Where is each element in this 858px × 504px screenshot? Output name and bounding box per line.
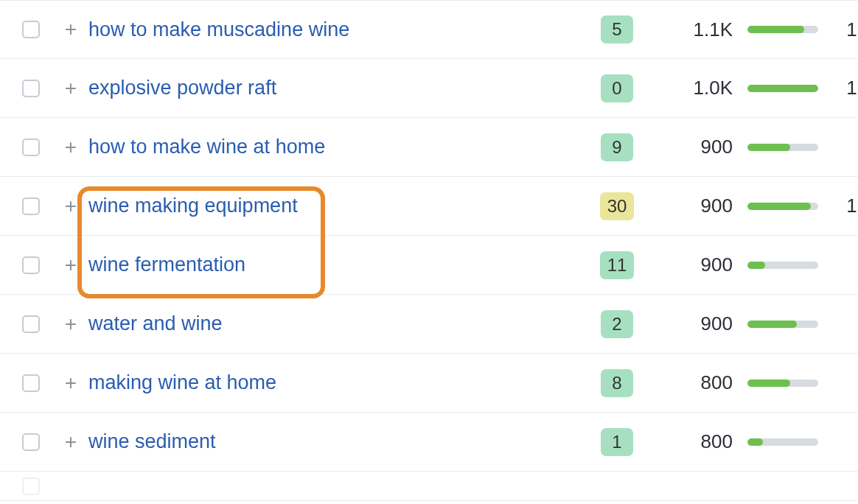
plus-icon[interactable]: + bbox=[65, 196, 77, 217]
volume-bar bbox=[747, 26, 818, 33]
keyword-link[interactable]: wine making equipment bbox=[88, 195, 298, 217]
kd-badge: 0 bbox=[601, 74, 633, 102]
keyword-cell: wine fermentation bbox=[88, 253, 584, 276]
checkbox-cell bbox=[22, 477, 53, 495]
kd-cell: 2 bbox=[584, 310, 650, 338]
checkbox-cell bbox=[22, 374, 53, 392]
row-checkbox[interactable] bbox=[22, 433, 40, 451]
checkbox-cell bbox=[22, 21, 53, 38]
keyword-cell: explosive powder raft bbox=[88, 77, 584, 99]
volume-cell: 900 bbox=[650, 312, 739, 335]
kd-cell: 11 bbox=[584, 251, 650, 279]
keyword-link[interactable]: wine sediment bbox=[88, 430, 216, 453]
expand-cell: + bbox=[53, 255, 88, 276]
row-checkbox[interactable] bbox=[22, 477, 40, 495]
checkbox-cell bbox=[22, 80, 53, 97]
kd-cell: 8 bbox=[584, 369, 650, 397]
kd-cell: 30 bbox=[584, 192, 650, 220]
keyword-link[interactable]: water and wine bbox=[88, 312, 223, 335]
kd-badge: 9 bbox=[601, 133, 633, 161]
table-row: +wine sediment1800 bbox=[0, 413, 858, 472]
keyword-link[interactable]: how to make muscadine wine bbox=[88, 18, 349, 41]
keyword-link[interactable]: wine fermentation bbox=[88, 253, 245, 276]
keyword-table: +how to make muscadine wine51.1K1,+explo… bbox=[0, 0, 858, 501]
bar-cell bbox=[739, 262, 827, 269]
volume-bar-fill bbox=[747, 26, 804, 33]
checkbox-cell bbox=[22, 139, 53, 156]
bar-cell bbox=[739, 85, 827, 92]
plus-icon[interactable]: + bbox=[65, 373, 77, 393]
kd-cell: 1 bbox=[584, 428, 650, 456]
plus-icon[interactable]: + bbox=[65, 432, 77, 452]
kd-badge: 11 bbox=[600, 251, 635, 279]
checkbox-cell bbox=[22, 197, 53, 215]
table-row: +wine fermentation11900 bbox=[0, 236, 858, 295]
volume-bar-fill bbox=[747, 321, 797, 328]
plus-icon[interactable]: + bbox=[65, 314, 77, 335]
expand-cell: + bbox=[53, 78, 88, 99]
kd-cell: 5 bbox=[584, 15, 650, 43]
bar-cell bbox=[739, 379, 827, 387]
checkbox-cell bbox=[22, 433, 53, 451]
kd-cell: 0 bbox=[584, 74, 650, 102]
row-checkbox[interactable] bbox=[22, 315, 40, 333]
plus-icon[interactable]: + bbox=[65, 137, 77, 158]
keyword-link[interactable]: explosive powder raft bbox=[88, 77, 276, 99]
table-row: +how to make wine at home9900 bbox=[0, 118, 858, 177]
volume-bar-fill bbox=[747, 438, 763, 446]
kd-cell: 9 bbox=[584, 133, 650, 161]
volume-cell: 900 bbox=[650, 253, 739, 276]
plus-icon[interactable]: + bbox=[65, 78, 77, 99]
volume-bar-fill bbox=[747, 85, 818, 92]
table-row: +water and wine2900 bbox=[0, 295, 858, 354]
volume-cell: 900 bbox=[650, 195, 739, 217]
kd-badge: 30 bbox=[600, 192, 635, 220]
tail-cell: 1, bbox=[827, 77, 858, 99]
volume-cell: 1.1K bbox=[650, 18, 739, 41]
keyword-cell: water and wine bbox=[88, 312, 584, 335]
bar-cell bbox=[739, 26, 827, 33]
keyword-cell: wine sediment bbox=[88, 430, 584, 453]
bar-cell bbox=[739, 321, 827, 328]
expand-cell: + bbox=[53, 314, 88, 335]
checkbox-cell bbox=[22, 256, 53, 274]
expand-cell: + bbox=[53, 373, 88, 393]
volume-cell: 800 bbox=[650, 430, 739, 453]
kd-badge: 5 bbox=[601, 15, 633, 43]
keyword-cell: wine making equipment bbox=[88, 195, 584, 217]
bar-cell bbox=[739, 144, 827, 151]
keyword-cell: making wine at home bbox=[88, 371, 584, 394]
kd-badge: 8 bbox=[601, 369, 633, 397]
plus-icon[interactable]: + bbox=[65, 19, 77, 40]
row-checkbox[interactable] bbox=[22, 139, 40, 156]
volume-bar-fill bbox=[747, 262, 765, 269]
table-row: +wine making equipment309001, bbox=[0, 177, 858, 236]
row-checkbox[interactable] bbox=[22, 374, 40, 392]
volume-bar bbox=[747, 321, 818, 328]
table-row bbox=[0, 472, 858, 501]
kd-badge: 1 bbox=[601, 428, 633, 456]
table-row: +how to make muscadine wine51.1K1, bbox=[0, 0, 858, 59]
volume-bar bbox=[747, 203, 818, 210]
keyword-link[interactable]: making wine at home bbox=[88, 371, 276, 394]
row-checkbox[interactable] bbox=[22, 197, 40, 215]
plus-icon[interactable]: + bbox=[65, 255, 77, 276]
keyword-cell: how to make muscadine wine bbox=[88, 18, 584, 41]
volume-cell: 800 bbox=[650, 371, 739, 394]
row-checkbox[interactable] bbox=[22, 80, 40, 97]
row-checkbox[interactable] bbox=[22, 21, 40, 38]
expand-cell: + bbox=[53, 137, 88, 158]
keyword-link[interactable]: how to make wine at home bbox=[88, 136, 325, 158]
table-row: +explosive powder raft01.0K1, bbox=[0, 59, 858, 118]
expand-cell: + bbox=[53, 432, 88, 452]
row-checkbox[interactable] bbox=[22, 256, 40, 274]
volume-bar-fill bbox=[747, 203, 811, 210]
tail-cell: 1, bbox=[827, 195, 858, 217]
kd-badge: 2 bbox=[601, 310, 633, 338]
expand-cell: + bbox=[53, 196, 88, 217]
keyword-cell: how to make wine at home bbox=[88, 136, 584, 158]
bar-cell bbox=[739, 438, 827, 446]
volume-bar-fill bbox=[747, 379, 790, 387]
volume-bar bbox=[747, 262, 818, 269]
expand-cell: + bbox=[53, 19, 88, 40]
